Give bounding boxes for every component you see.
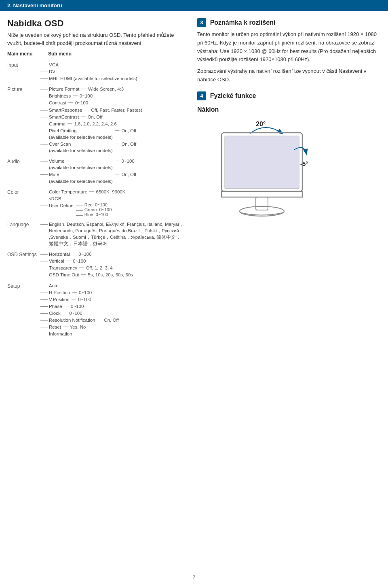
sub-value: 0~100 <box>78 251 91 257</box>
menu-group: PicturePicture Format—Wide Screen, 4:3Br… <box>7 86 185 154</box>
page-footer: 7 <box>0 570 388 584</box>
sub-name: SmartContrast <box>49 114 79 120</box>
menu-main-label: Audio <box>7 158 40 185</box>
naklon-label: Náklon <box>197 106 381 113</box>
sub-connector-line <box>40 261 48 261</box>
sub-name: Transparency <box>49 265 77 271</box>
intro-text: Níže je uveden celkový pohled na struktu… <box>7 31 185 47</box>
sub-name: Color Temperature <box>49 189 87 195</box>
sub-row: SmartResponse—Off, Fast, Faster, Fastest <box>40 107 185 113</box>
dash: — <box>84 107 89 112</box>
menu-group: AudioVolume (available for selective mod… <box>7 158 185 185</box>
sub-name: Resolution Notification <box>49 317 95 323</box>
dash: — <box>66 258 71 263</box>
dash: — <box>63 324 68 329</box>
svg-rect-2 <box>221 191 302 197</box>
dash: — <box>73 93 78 98</box>
menu-main-label: OSD Settings <box>7 251 40 278</box>
sub-connector-line <box>40 144 48 144</box>
sub-value: 0~100 <box>121 158 134 164</box>
sub-connector-line <box>40 131 48 131</box>
dash: — <box>63 310 67 315</box>
menu-main-label: Language <box>7 221 40 247</box>
sub-name: H.Position <box>49 289 70 296</box>
sub-connector-line <box>40 299 48 300</box>
sub-row: Horizontal—0~100 <box>40 251 185 257</box>
sub-row: Over Scan (available for selective model… <box>40 141 185 154</box>
menu-subs-block: AutoH.Position—0~100V.Position—0~100Phas… <box>40 282 185 338</box>
sub-row: Vertical—0~100 <box>40 258 185 264</box>
sub-connector-line <box>40 161 48 161</box>
sub-name: Auto <box>49 282 59 289</box>
sub-value: On, Off <box>104 317 119 323</box>
sub-row: Pixel Orbiting (available for selective … <box>40 127 185 140</box>
osd-menu-tree: InputVGADVIMHL-HDMI (available for selec… <box>7 62 185 341</box>
sub-value: On, Off <box>121 171 136 178</box>
nested-val-label: Green: 0~100 <box>84 207 112 212</box>
sub-row: English, Deutsch, Español, Ελληνική, Fra… <box>40 221 185 247</box>
section-4: 4 Fyzické funkce Náklon 20° -5° <box>197 91 381 232</box>
menu-main-label: Input <box>7 62 40 82</box>
dash: — <box>81 114 86 119</box>
dash: — <box>115 127 120 132</box>
sub-row: Mute (available for selective models)—On… <box>40 171 185 184</box>
dash: — <box>115 141 120 146</box>
dash: — <box>89 189 94 193</box>
dash: — <box>79 265 84 270</box>
sub-name: OSD Time Out <box>49 272 79 278</box>
sub-name: VGA <box>49 62 59 68</box>
menu-subs-block: Picture Format—Wide Screen, 4:3Brightnes… <box>40 86 185 154</box>
sub-name: MHL-HDMI (available for selective models… <box>49 75 137 82</box>
nested-val-row: Red: 0~100 <box>76 202 112 207</box>
sub-connector-line <box>40 334 48 334</box>
col-headers: Main menu Sub menu <box>7 51 185 58</box>
menu-subs-block: Volume (available for selective models)—… <box>40 158 185 185</box>
sub-name: Clock <box>49 310 61 316</box>
sub-connector-line <box>40 117 48 117</box>
nested-val-label: Red: 0~100 <box>84 202 108 207</box>
menu-subs-block: VGADVIMHL-HDMI (available for selective … <box>40 62 185 82</box>
sub-name: Reset <box>49 324 61 330</box>
sub-name: English, Deutsch, Español, Ελληνική, Fra… <box>49 221 185 247</box>
page-number: 7 <box>192 574 195 580</box>
sub-connector-line <box>40 320 48 321</box>
sub-row: DVI <box>40 68 185 75</box>
sub-row: H.Position—0~100 <box>40 289 185 296</box>
menu-main-label: Setup <box>7 282 40 338</box>
sub-connector-line <box>40 89 48 89</box>
sub-value: Off, Fast, Faster, Fastest <box>91 107 142 113</box>
dash: — <box>81 86 86 91</box>
sub-name: Picture Format <box>49 86 79 92</box>
sub-value: 0~100 <box>69 310 82 316</box>
sub-name: Contrast <box>49 100 66 106</box>
sub-value: Off, 1, 2, 3, 4 <box>86 265 112 271</box>
sub-name: V.Position <box>49 296 70 303</box>
sub-name: Mute (available for selective models) <box>49 171 113 184</box>
dash: — <box>115 171 120 176</box>
section4-heading: Fyzické funkce <box>210 92 256 99</box>
osd-title: Nabídka OSD <box>7 18 185 29</box>
sub-row: Auto <box>40 282 185 289</box>
sub-value: On, Off <box>121 127 136 134</box>
svg-rect-3 <box>256 197 268 210</box>
sub-connector-line <box>40 268 48 268</box>
sub-value: 5s, 10s, 20s, 30s, 60s <box>88 272 133 278</box>
sub-name: Pixel Orbiting (available for selective … <box>49 127 113 140</box>
section3-badge: 3 <box>197 18 206 27</box>
sub-row: Resolution Notification—On, Off <box>40 317 185 323</box>
dash: — <box>68 100 73 104</box>
menu-main-label: Color <box>7 189 40 217</box>
menu-subs-block: English, Deutsch, Español, Ελληνική, Fra… <box>40 221 185 247</box>
sub-row: Contrast—0~100 <box>40 100 185 106</box>
sub-name: Volume (available for selective models) <box>49 158 113 171</box>
sub-name: User Define <box>49 202 74 209</box>
sub-name: Gamma <box>49 121 65 127</box>
sub-connector-line <box>40 174 48 175</box>
dash: — <box>64 303 69 308</box>
monitor-svg: 20° -5° <box>197 117 335 231</box>
page-header: 2. Nastavení monitoru <box>0 0 388 11</box>
sub-row: SmartContrast—On, Off <box>40 114 185 120</box>
sub-value: On, Off <box>121 141 136 147</box>
sub-value: 0~100 <box>71 303 84 310</box>
svg-rect-1 <box>225 136 299 189</box>
